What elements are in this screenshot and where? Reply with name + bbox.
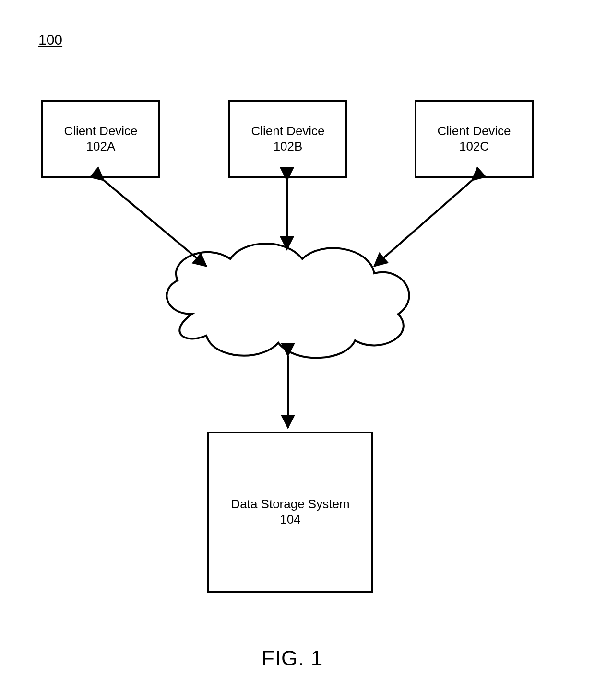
client-device-c-ref: 102C xyxy=(459,139,489,154)
diagram-canvas: 100 Client Device 102A Client Device 102… xyxy=(0,0,595,700)
client-device-a-ref: 102A xyxy=(86,139,116,154)
network-cloud: Network 106 xyxy=(240,290,336,321)
client-device-b-ref: 102B xyxy=(274,139,303,154)
connector-clientC-network xyxy=(374,180,472,266)
figure-reference-number: 100 xyxy=(38,32,62,48)
client-device-c: Client Device 102C xyxy=(415,100,534,178)
data-storage-system-label: Data Storage System xyxy=(231,497,349,512)
connector-clientA-network xyxy=(104,180,206,266)
client-device-c-label: Client Device xyxy=(437,124,511,139)
client-device-a: Client Device 102A xyxy=(41,100,160,178)
client-device-a-label: Client Device xyxy=(64,124,137,139)
network-label: Network xyxy=(240,290,336,305)
data-storage-system: Data Storage System 104 xyxy=(207,432,373,593)
client-device-b-label: Client Device xyxy=(251,124,324,139)
client-device-b: Client Device 102B xyxy=(228,100,347,178)
network-ref: 106 xyxy=(240,306,336,321)
figure-caption: FIG. 1 xyxy=(262,646,323,670)
data-storage-system-ref: 104 xyxy=(280,512,300,527)
